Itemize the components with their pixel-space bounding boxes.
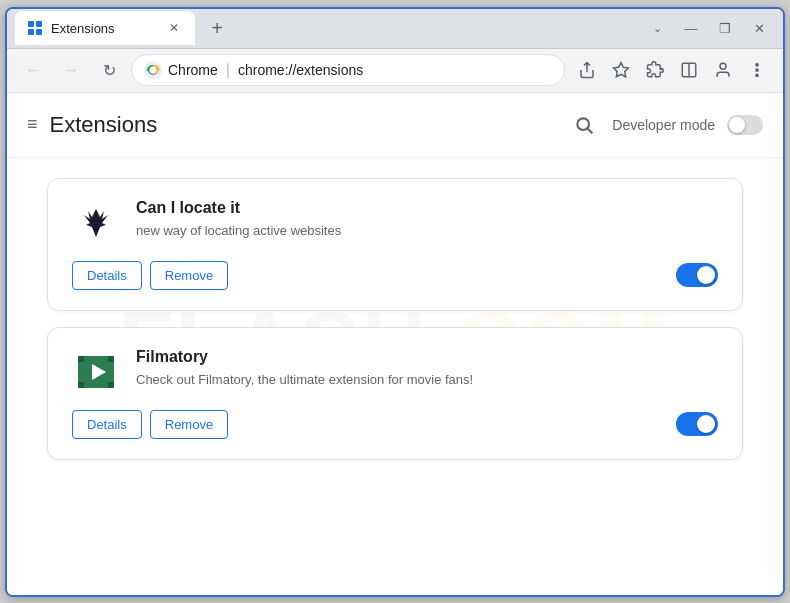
svg-point-13 [756, 74, 758, 76]
can-locate-it-remove-button[interactable]: Remove [150, 261, 228, 290]
new-tab-button[interactable]: + [203, 14, 231, 42]
split-view-button[interactable] [673, 54, 705, 86]
svg-rect-20 [108, 356, 114, 362]
svg-line-15 [588, 128, 593, 133]
hamburger-menu-icon[interactable]: ≡ [27, 114, 38, 135]
page-title: Extensions [50, 112, 158, 138]
extension-card-can-locate-it: Can I locate it new way of locating acti… [47, 178, 743, 311]
chrome-logo-icon [144, 61, 162, 79]
window-close-button[interactable]: ✕ [743, 14, 775, 42]
extensions-header: ≡ Extensions Developer mode [7, 93, 783, 158]
tab-extension-icon [27, 20, 43, 36]
address-text: chrome://extensions [238, 62, 363, 78]
svg-rect-19 [78, 356, 84, 362]
refresh-button[interactable]: ↻ [93, 54, 125, 86]
can-locate-it-details-button[interactable]: Details [72, 261, 142, 290]
page-content: FLASH.COM ≡ Extensions Developer mode [7, 93, 783, 595]
svg-point-16 [94, 221, 98, 225]
filmatory-name: Filmatory [136, 348, 718, 366]
address-divider: | [226, 61, 230, 79]
svg-point-11 [756, 64, 758, 66]
chrome-menu-button[interactable] [741, 54, 773, 86]
svg-rect-21 [78, 382, 84, 388]
extension-top-filmatory: Filmatory Check out Filmatory, the ultim… [72, 348, 718, 396]
tab-close-button[interactable]: ✕ [165, 19, 183, 37]
filmatory-details-button[interactable]: Details [72, 410, 142, 439]
can-locate-it-desc: new way of locating active websites [136, 221, 718, 241]
address-bar[interactable]: Chrome | chrome://extensions [131, 54, 565, 86]
extension-top-can-locate-it: Can I locate it new way of locating acti… [72, 199, 718, 247]
toggle-thumb [729, 117, 745, 133]
window-controls: ⌄ — ❐ ✕ [641, 14, 775, 42]
can-locate-it-toggle[interactable] [676, 263, 718, 287]
svg-rect-3 [36, 29, 42, 35]
profile-button[interactable] [707, 54, 739, 86]
can-locate-it-name: Can I locate it [136, 199, 718, 217]
svg-point-10 [720, 63, 726, 69]
filmatory-info: Filmatory Check out Filmatory, the ultim… [136, 348, 718, 390]
extensions-button[interactable] [639, 54, 671, 86]
can-locate-it-info: Can I locate it new way of locating acti… [136, 199, 718, 241]
filmatory-toggle-thumb [697, 415, 715, 433]
navigation-bar: ← → ↻ Chrome | chrome://extensions [7, 49, 783, 93]
svg-rect-2 [28, 29, 34, 35]
filmatory-toggle[interactable] [676, 412, 718, 436]
header-right-controls: Developer mode [568, 109, 763, 141]
can-locate-it-toggle-wrap [676, 263, 718, 287]
filmatory-actions: Details Remove [72, 410, 718, 439]
back-button[interactable]: ← [17, 54, 49, 86]
extension-card-filmatory: Filmatory Check out Filmatory, the ultim… [47, 327, 743, 460]
svg-rect-1 [36, 21, 42, 27]
svg-point-6 [150, 67, 157, 74]
window-maximize-button[interactable]: ❐ [709, 14, 741, 42]
svg-marker-7 [614, 63, 629, 77]
browser-window: Extensions ✕ + ⌄ — ❐ ✕ ← → ↻ [5, 7, 785, 597]
nav-action-buttons [571, 54, 773, 86]
svg-rect-22 [108, 382, 114, 388]
window-dropdown-icon: ⌄ [641, 14, 673, 42]
can-locate-it-actions: Details Remove [72, 261, 718, 290]
filmatory-desc: Check out Filmatory, the ultimate extens… [136, 370, 718, 390]
share-button[interactable] [571, 54, 603, 86]
tab-label: Extensions [51, 21, 157, 36]
developer-mode-toggle[interactable] [727, 115, 763, 135]
developer-mode-label: Developer mode [612, 117, 715, 133]
browser-logo-wrap: Chrome [144, 61, 218, 79]
bookmark-button[interactable] [605, 54, 637, 86]
browser-name-text: Chrome [168, 62, 218, 78]
extensions-list: Can I locate it new way of locating acti… [7, 158, 783, 480]
window-minimize-button[interactable]: — [675, 14, 707, 42]
can-locate-it-toggle-thumb [697, 266, 715, 284]
forward-button[interactable]: → [55, 54, 87, 86]
active-tab[interactable]: Extensions ✕ [15, 11, 195, 45]
title-bar: Extensions ✕ + ⌄ — ❐ ✕ [7, 9, 783, 49]
svg-point-12 [756, 69, 758, 71]
search-extensions-button[interactable] [568, 109, 600, 141]
filmatory-toggle-wrap [676, 412, 718, 436]
can-locate-it-icon [72, 199, 120, 247]
filmatory-remove-button[interactable]: Remove [150, 410, 228, 439]
svg-rect-0 [28, 21, 34, 27]
svg-point-14 [578, 118, 590, 130]
filmatory-icon [72, 348, 120, 396]
